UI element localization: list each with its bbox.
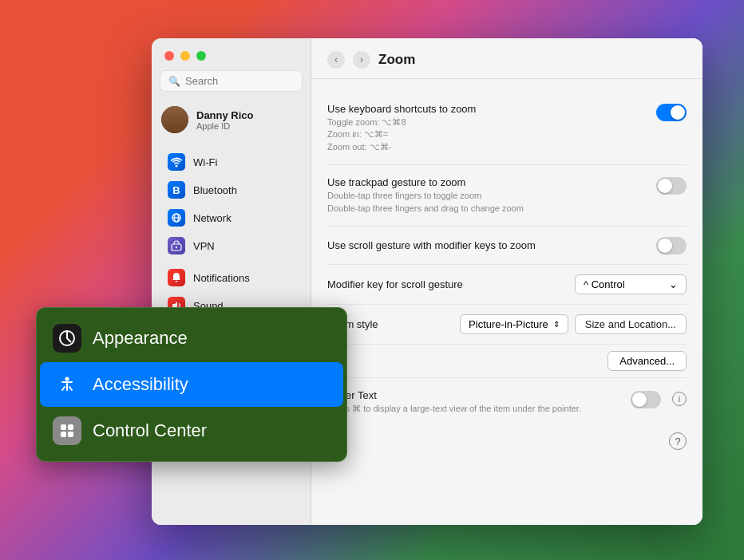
overlay-label-accessibility: Accessibility — [93, 374, 188, 395]
keyboard-shortcuts-sublabel: Toggle zoom: ⌥⌘8 Zoom in: ⌥⌘= Zoom out: … — [327, 116, 656, 153]
search-icon: 🔍 — [168, 76, 180, 87]
hover-text-label-group: Hover Text Press ⌘ to display a large-te… — [327, 389, 631, 415]
svg-point-4 — [176, 246, 177, 248]
scroll-gesture-toggle[interactable] — [656, 237, 687, 254]
svg-rect-14 — [68, 424, 73, 430]
overlay-item-controlcenter[interactable]: Control Center — [40, 408, 343, 453]
sidebar-label-bluetooth: Bluetooth — [193, 184, 237, 196]
advanced-button[interactable]: Advanced... — [607, 351, 687, 371]
search-input[interactable] — [185, 75, 294, 87]
zoom-style-controls: Picture-in-Picture ⇕ Size and Location..… — [460, 314, 687, 334]
help-row: ? — [327, 426, 687, 456]
sidebar-item-network[interactable]: Network — [156, 204, 306, 231]
zoom-style-picker[interactable]: Picture-in-Picture ⇕ — [460, 314, 568, 334]
svg-rect-15 — [61, 432, 66, 437]
keyboard-shortcuts-label: Use keyboard shortcuts to zoom — [327, 103, 656, 115]
zoom-style-row: Zoom style Picture-in-Picture ⇕ Size and… — [327, 305, 687, 345]
svg-rect-13 — [61, 424, 66, 430]
help-button[interactable]: ? — [669, 432, 687, 450]
keyboard-shortcuts-toggle[interactable] — [656, 104, 687, 121]
wifi-icon — [168, 153, 185, 171]
chevron-down-icon: ⌄ — [669, 278, 678, 290]
sidebar-item-notifications[interactable]: Notifications — [156, 264, 306, 291]
modifier-key-row: Modifier key for scroll gesture ^ Contro… — [327, 265, 687, 305]
back-button[interactable]: ‹ — [327, 51, 345, 69]
overlay-label-appearance: Appearance — [93, 328, 188, 349]
appearance-icon — [53, 324, 81, 353]
main-content: ‹ › Zoom Use keyboard shortcuts to zoom … — [311, 38, 702, 525]
hover-text-label: Hover Text — [327, 389, 631, 401]
network-icon — [168, 209, 185, 227]
notifications-icon — [168, 269, 185, 286]
hover-text-info-button[interactable]: i — [672, 392, 687, 406]
user-subtitle: Apple ID — [196, 121, 254, 131]
close-button[interactable] — [164, 51, 174, 61]
svg-rect-16 — [68, 432, 73, 437]
keyboard-shortcuts-label-group: Use keyboard shortcuts to zoom Toggle zo… — [327, 103, 656, 153]
accessibility-icon — [53, 370, 81, 399]
hover-text-row: Hover Text Press ⌘ to display a large-te… — [327, 378, 687, 426]
overlay-item-appearance[interactable]: Appearance — [40, 316, 343, 361]
modifier-key-value: ^ Control — [584, 278, 625, 290]
sidebar-label-network: Network — [193, 212, 232, 224]
sidebar-label-notifications: Notifications — [193, 272, 250, 284]
sidebar-item-bluetooth[interactable]: B Bluetooth — [156, 176, 306, 203]
trackpad-gesture-toggle[interactable] — [656, 177, 687, 195]
user-profile[interactable]: Danny Rico Apple ID — [152, 100, 311, 140]
overlay-label-controlcenter: Control Center — [93, 420, 207, 441]
trackpad-gesture-label-group: Use trackpad gesture to zoom Double-tap … — [327, 176, 656, 215]
sidebar-label-vpn: VPN — [193, 240, 215, 252]
content-body: Use keyboard shortcuts to zoom Toggle zo… — [311, 79, 702, 469]
forward-button[interactable]: › — [353, 51, 370, 69]
zoom-overlay: Appearance Accessibility Control Center — [36, 307, 347, 462]
hover-text-sublabel: Press ⌘ to display a large-text view of … — [327, 403, 631, 415]
zoom-style-value: Picture-in-Picture — [469, 318, 548, 330]
scroll-gesture-row: Use scroll gesture with modifier keys to… — [327, 227, 687, 265]
search-bar[interactable]: 🔍 — [160, 70, 303, 92]
svg-point-12 — [65, 377, 69, 381]
overlay-item-accessibility[interactable]: Accessibility — [40, 362, 343, 407]
size-location-button[interactable]: Size and Location... — [575, 314, 687, 334]
trackpad-gesture-row: Use trackpad gesture to zoom Double-tap … — [327, 165, 687, 227]
content-header: ‹ › Zoom — [311, 38, 702, 79]
window-controls — [152, 38, 311, 70]
page-title: Zoom — [378, 52, 415, 68]
trackpad-gesture-sublabel: Double-tap three fingers to toggle zoom … — [327, 190, 656, 215]
vpn-icon — [168, 237, 185, 254]
scroll-gesture-label: Use scroll gesture with modifier keys to… — [327, 239, 536, 251]
bluetooth-icon: B — [168, 181, 185, 199]
advanced-row: Advanced... — [327, 345, 687, 378]
user-info: Danny Rico Apple ID — [196, 109, 254, 131]
updown-icon: ⇕ — [553, 320, 560, 329]
sidebar-item-vpn[interactable]: VPN — [156, 232, 306, 259]
controlcenter-icon — [53, 416, 81, 445]
hover-text-toggle[interactable] — [631, 391, 661, 408]
modifier-key-dropdown[interactable]: ^ Control ⌄ — [575, 274, 687, 294]
sidebar-item-wifi[interactable]: Wi-Fi — [156, 148, 306, 175]
sidebar-network-section: Wi-Fi B Bluetooth Network — [152, 146, 311, 262]
keyboard-shortcuts-row: Use keyboard shortcuts to zoom Toggle zo… — [327, 92, 687, 165]
modifier-key-label: Modifier key for scroll gesture — [327, 278, 463, 290]
trackpad-gesture-label: Use trackpad gesture to zoom — [327, 176, 656, 188]
sidebar-label-wifi: Wi-Fi — [193, 156, 217, 168]
avatar — [161, 106, 188, 133]
minimize-button[interactable] — [180, 51, 190, 61]
maximize-button[interactable] — [196, 51, 206, 61]
user-name: Danny Rico — [196, 109, 254, 121]
